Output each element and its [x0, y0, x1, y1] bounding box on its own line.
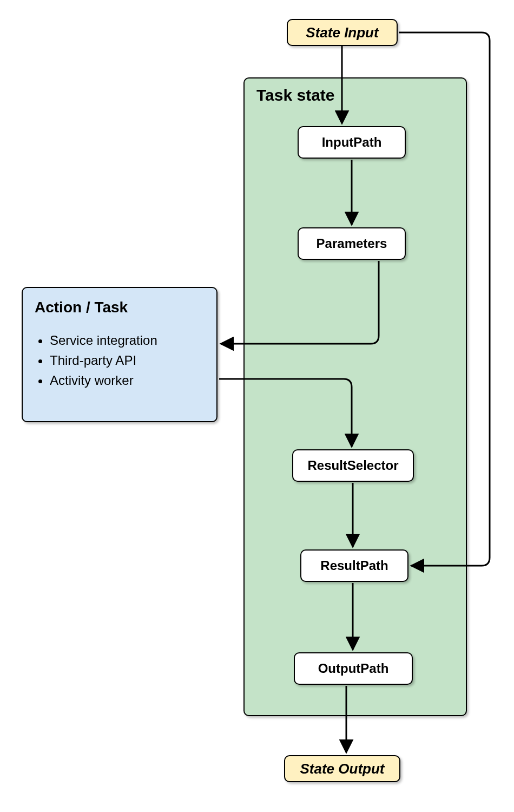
- step-inputpath-label: InputPath: [322, 135, 382, 150]
- step-outputpath-label: OutputPath: [318, 661, 389, 676]
- step-resultselector: ResultSelector: [292, 449, 414, 482]
- task-state-container: Task state: [243, 77, 467, 716]
- step-parameters-label: Parameters: [317, 236, 387, 251]
- action-item: Third-party API: [50, 350, 205, 370]
- action-task-list: Service integration Third-party API Acti…: [35, 330, 205, 391]
- action-item: Service integration: [50, 330, 205, 350]
- step-outputpath: OutputPath: [294, 652, 413, 685]
- task-state-title: Task state: [256, 86, 335, 104]
- action-task-title: Action / Task: [35, 299, 205, 316]
- state-input-box: State Input: [287, 19, 398, 46]
- state-output-label: State Output: [300, 761, 385, 777]
- action-task-box: Action / Task Service integration Third-…: [22, 287, 218, 422]
- action-item: Activity worker: [50, 370, 205, 390]
- step-resultpath-label: ResultPath: [320, 558, 388, 573]
- step-inputpath: InputPath: [298, 126, 406, 159]
- state-output-box: State Output: [284, 755, 400, 782]
- state-input-label: State Input: [306, 24, 378, 41]
- step-parameters: Parameters: [298, 227, 406, 260]
- step-resultselector-label: ResultSelector: [307, 458, 398, 473]
- diagram-canvas: Task state State Input InputPath Paramet…: [0, 0, 514, 812]
- step-resultpath: ResultPath: [300, 549, 408, 582]
